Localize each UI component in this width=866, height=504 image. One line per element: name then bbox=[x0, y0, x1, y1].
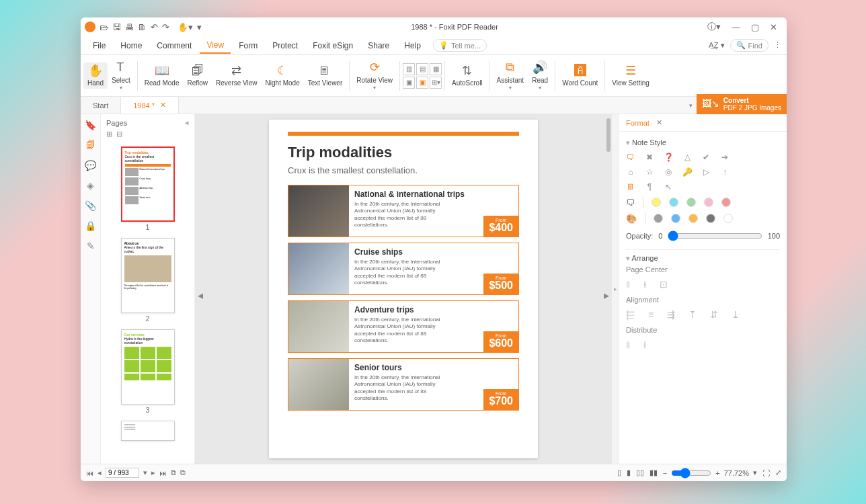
right-collapse-icon[interactable]: ▸ bbox=[612, 114, 619, 464]
note-cursor-icon[interactable]: ↖ bbox=[664, 182, 673, 192]
save-icon[interactable]: 🖫 bbox=[112, 22, 121, 32]
security-rail-icon[interactable]: 🔒 bbox=[85, 220, 96, 231]
tool-reverse-view[interactable]: ⇄Reverse View bbox=[212, 62, 262, 89]
distribute-h-icon[interactable]: ⫴ bbox=[626, 339, 630, 351]
color-swatch[interactable] bbox=[652, 198, 661, 207]
color-swatch[interactable] bbox=[704, 198, 713, 207]
menu-protect[interactable]: Protect bbox=[266, 38, 305, 53]
tab-start[interactable]: Start bbox=[81, 97, 121, 114]
tab-document[interactable]: 1984 *✕ bbox=[121, 97, 179, 114]
next-page-icon[interactable]: ▸ bbox=[604, 289, 609, 298]
layers-rail-icon[interactable]: ◈ bbox=[87, 180, 94, 191]
color-wheel-icon[interactable]: 🎨 bbox=[626, 214, 637, 224]
tool-hand[interactable]: ✋Hand bbox=[83, 62, 108, 89]
qat-more-icon[interactable]: ▾ bbox=[197, 22, 202, 32]
center-both-icon[interactable]: ⊡ bbox=[660, 279, 668, 290]
thumbnail-1[interactable]: Trip modalitiesCrux is the smallest cons… bbox=[105, 146, 190, 231]
page-number-input[interactable] bbox=[106, 468, 139, 478]
menu-share[interactable]: Share bbox=[361, 38, 396, 53]
color-swatch[interactable] bbox=[706, 214, 715, 223]
user-icon[interactable]: ⓘ▾ bbox=[707, 21, 721, 33]
tool-reflow[interactable]: 🗐Reflow bbox=[184, 62, 212, 89]
prev-page-icon[interactable]: ◂ bbox=[198, 289, 203, 298]
fit-width-icon[interactable]: ⛶ bbox=[762, 469, 770, 477]
palette-icon[interactable]: 🗨 bbox=[626, 198, 635, 208]
hand-qat-icon[interactable]: ✋▾ bbox=[178, 22, 193, 32]
undo-icon[interactable]: ↶ bbox=[151, 22, 158, 32]
color-swatch[interactable] bbox=[671, 214, 680, 223]
note-target-icon[interactable]: ◎ bbox=[664, 167, 673, 177]
tool-autoscroll[interactable]: ⇅AutoScroll bbox=[448, 62, 487, 89]
convert-banner[interactable]: 🖼↘ ConvertPDF 2 JPG Images bbox=[697, 94, 787, 114]
align-middle-icon[interactable]: ⇵ bbox=[710, 309, 718, 321]
print-icon[interactable]: 🖶 bbox=[125, 22, 134, 32]
note-home-icon[interactable]: ⌂ bbox=[626, 167, 635, 177]
color-swatch[interactable] bbox=[688, 214, 698, 223]
color-swatch[interactable] bbox=[654, 214, 663, 223]
pages-rail-icon[interactable]: 🗐 bbox=[86, 140, 95, 151]
format-close-icon[interactable]: ✕ bbox=[656, 118, 662, 127]
color-swatch[interactable] bbox=[686, 198, 696, 207]
layout-2-icon[interactable]: ▤ bbox=[416, 63, 428, 75]
tool-night-mode[interactable]: ☾Night Mode bbox=[262, 62, 304, 89]
menu-file[interactable]: File bbox=[86, 38, 112, 53]
format-tab[interactable]: Format bbox=[626, 119, 650, 127]
signature-rail-icon[interactable]: ✎ bbox=[87, 241, 95, 251]
menu-esign[interactable]: Foxit eSign bbox=[306, 38, 360, 53]
layout-6-icon[interactable]: ⊞▾ bbox=[430, 77, 442, 89]
redo-icon[interactable]: ↷ bbox=[162, 22, 169, 32]
tool-select[interactable]: ᎢSelect▾ bbox=[108, 59, 134, 92]
document-area[interactable]: ◂ ▸ Trip modalities Crux is the smallest… bbox=[195, 114, 612, 464]
view-facing-icon[interactable]: ▯▯ bbox=[636, 468, 644, 477]
open-icon[interactable]: 🗁 bbox=[100, 22, 108, 32]
menu-help[interactable]: Help bbox=[397, 38, 428, 53]
note-paragraph-icon[interactable]: ¶ bbox=[645, 182, 654, 192]
menu-home[interactable]: Home bbox=[114, 38, 149, 53]
tool-read-mode[interactable]: 📖Read Mode bbox=[141, 62, 184, 89]
tool-word-count[interactable]: 🅰Word Count bbox=[558, 62, 602, 89]
align-center-icon[interactable]: ≡ bbox=[648, 309, 654, 321]
view-cont-facing-icon[interactable]: ▮▮ bbox=[650, 468, 658, 477]
note-note-icon[interactable]: 🗏 bbox=[626, 182, 635, 192]
color-swatch[interactable] bbox=[723, 214, 733, 223]
tool-view-setting[interactable]: ☰View Setting bbox=[608, 62, 653, 89]
zoom-dropdown-icon[interactable]: ▾ bbox=[753, 468, 757, 477]
view-continuous-icon[interactable]: ▮ bbox=[627, 468, 631, 477]
note-help-icon[interactable]: ❓ bbox=[664, 153, 673, 162]
layout-grid[interactable]: ▥▤▦ ▣▣⊞▾ bbox=[403, 63, 442, 89]
layout-1-icon[interactable]: ▥ bbox=[403, 63, 415, 75]
minimize-button[interactable]: — bbox=[732, 22, 740, 32]
menu-more-icon[interactable]: ⋮ bbox=[774, 41, 781, 50]
note-check-icon[interactable]: ✔ bbox=[701, 153, 711, 162]
fullscreen-icon[interactable]: ⤢ bbox=[775, 468, 781, 477]
align-top-icon[interactable]: ⤒ bbox=[688, 309, 697, 321]
zoom-in-icon[interactable]: + bbox=[715, 469, 719, 477]
distribute-v-icon[interactable]: ⫲ bbox=[643, 339, 646, 351]
note-arrow-up-icon[interactable]: ↑ bbox=[720, 167, 730, 177]
page-dropdown-icon[interactable]: ▾ bbox=[143, 468, 147, 477]
tool-text-viewer[interactable]: 🗏Text Viewer bbox=[304, 62, 347, 89]
note-play-icon[interactable]: ▷ bbox=[701, 167, 711, 177]
tool-read[interactable]: 🔊Read▾ bbox=[528, 59, 552, 92]
zoom-slider[interactable] bbox=[671, 468, 711, 478]
tell-me-search[interactable]: 💡Tell me... bbox=[433, 39, 487, 52]
first-page-icon[interactable]: ⏮ bbox=[86, 469, 93, 477]
last-page-icon[interactable]: ⏭ bbox=[159, 469, 167, 477]
tool-assistant[interactable]: ⧉Assistant▾ bbox=[493, 59, 528, 92]
close-button[interactable]: ✕ bbox=[770, 22, 777, 32]
color-swatch[interactable] bbox=[721, 198, 731, 207]
note-cross-icon[interactable]: ✖ bbox=[645, 153, 654, 162]
bookmark-rail-icon[interactable]: 🔖 bbox=[85, 120, 96, 130]
scrollbar[interactable] bbox=[606, 118, 611, 152]
tool-rotate-view[interactable]: ⟳Rotate View▾ bbox=[352, 59, 397, 92]
prev-page-btn-icon[interactable]: ◂ bbox=[97, 468, 102, 477]
maximize-button[interactable]: ▢ bbox=[751, 22, 759, 32]
color-swatch[interactable] bbox=[669, 198, 678, 207]
menu-form[interactable]: Form bbox=[232, 38, 264, 53]
panel-close-icon[interactable]: ◂ bbox=[185, 118, 189, 127]
note-star-icon[interactable]: ☆ bbox=[645, 167, 654, 177]
find-input[interactable]: 🔍Find bbox=[730, 39, 769, 52]
expand-icon[interactable]: ⊞ bbox=[106, 130, 112, 138]
page-icon[interactable]: 🗎 bbox=[138, 22, 147, 32]
align-right-icon[interactable]: ⇶ bbox=[667, 309, 675, 321]
